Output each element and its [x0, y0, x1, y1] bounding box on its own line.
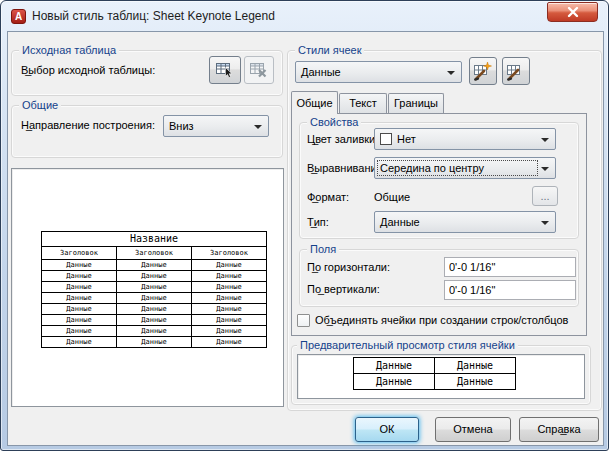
cell-preview-row: ДанныеДанные — [354, 358, 516, 374]
source-table-label: В̲ыбор исходной таблицы: — [21, 64, 155, 76]
close-button[interactable] — [547, 2, 598, 22]
legend-data-cell: Данные — [117, 304, 192, 315]
tab-text[interactable]: Текст — [339, 93, 387, 113]
format-ellipsis-label: ... — [540, 190, 549, 202]
focus-rectangle — [377, 160, 538, 176]
cancel-button-label: Отмена — [453, 423, 492, 435]
new-table-style-dialog: A Новый стиль таблиц: Sheet Keynote Lege… — [0, 0, 609, 451]
cell-preview-cell: Данные — [354, 358, 435, 374]
legend-title-cell: Название — [42, 232, 267, 247]
legend-data-row: ДанныеДанныеДанные — [42, 260, 267, 271]
format-ellipsis-button[interactable]: ... — [532, 186, 558, 206]
type-label: Т̲ип: — [307, 216, 329, 228]
format-label: Ф̲ормат: — [307, 191, 349, 203]
tab-text-label: Текст — [349, 97, 377, 109]
vertical-margin-label: По̲ вертикали: — [307, 283, 380, 295]
legend-data-cell: Данные — [117, 315, 192, 326]
general-group-title: Общие — [19, 99, 61, 111]
cell-style-preview-title: Предварительный просмотр стиля ячейки — [297, 339, 518, 351]
legend-header-cell: Заголовок — [117, 247, 192, 260]
autocad-a-icon: A — [11, 9, 26, 24]
tab-borders[interactable]: Границы — [388, 93, 444, 113]
legend-data-cell: Данные — [192, 282, 267, 293]
alignment-combo[interactable]: Середина по центру — [374, 157, 556, 179]
horizontal-margin-label: П̲о горизонтали: — [307, 261, 390, 273]
cell-preview-table: ДанныеДанныеДанныеДанные — [353, 357, 516, 390]
legend-table: НазваниеЗаголовокЗаголовокЗаголовокДанны… — [41, 231, 267, 348]
cell-preview-cell: Данные — [435, 374, 516, 390]
legend-data-cell: Данные — [117, 326, 192, 337]
white-color-swatch — [380, 133, 392, 145]
legend-data-cell: Данные — [42, 293, 117, 304]
vertical-margin-input[interactable] — [444, 280, 576, 300]
direction-label: Н̲аправление построения: — [21, 119, 155, 131]
horizontal-margin-input[interactable] — [444, 257, 576, 277]
help-button[interactable]: Спра̲вка — [519, 417, 599, 442]
legend-data-row: ДанныеДанныеДанные — [42, 315, 267, 326]
ok-button-label: ОК — [380, 423, 395, 435]
format-value: Общие — [374, 191, 410, 203]
chevron-down-icon — [541, 221, 549, 225]
cell-style-combo-value: Данные — [301, 66, 341, 78]
titlebar[interactable]: A Новый стиль таблиц: Sheet Keynote Lege… — [1, 1, 608, 31]
table-brush-star-icon — [473, 61, 493, 81]
merge-cells-checkbox[interactable] — [297, 314, 310, 327]
direction-combo-value: Вниз — [169, 120, 194, 132]
legend-data-cell: Данные — [42, 315, 117, 326]
fill-color-combo-value: Нет — [397, 133, 416, 145]
legend-data-cell: Данные — [192, 315, 267, 326]
cell-preview-cell: Данные — [435, 358, 516, 374]
window-title: Новый стиль таблиц: Sheet Keynote Legend — [32, 9, 275, 23]
table-x-icon — [249, 60, 269, 80]
legend-data-cell: Данные — [192, 304, 267, 315]
legend-data-cell: Данные — [117, 282, 192, 293]
cancel-button[interactable]: Отмена — [435, 417, 511, 442]
margins-group-title: Поля — [307, 243, 339, 255]
fill-color-label: Ц̲вет заливки: — [307, 133, 378, 145]
ok-button[interactable]: ОК — [355, 417, 419, 442]
close-x-icon — [566, 7, 579, 18]
table-cursor-icon — [215, 60, 235, 80]
cell-preview-cell: Данные — [354, 374, 435, 390]
legend-data-cell: Данные — [117, 260, 192, 271]
type-combo-value: Данные — [380, 216, 420, 228]
table-brush-icon — [506, 61, 526, 81]
legend-data-row: ДанныеДанныеДанные — [42, 271, 267, 282]
manage-cell-styles-button[interactable] — [502, 57, 530, 85]
chevron-down-icon — [254, 125, 262, 129]
legend-data-cell: Данные — [192, 326, 267, 337]
chevron-down-icon — [541, 138, 549, 142]
fill-color-combo[interactable]: Нет — [374, 128, 556, 150]
type-combo[interactable]: Данные — [374, 211, 556, 233]
remove-source-table-button — [244, 56, 274, 84]
legend-data-cell: Данные — [42, 326, 117, 337]
legend-header-cell: Заголовок — [192, 247, 267, 260]
legend-title-row: Название — [42, 232, 267, 247]
chevron-down-icon — [541, 167, 549, 171]
select-source-table-button[interactable] — [209, 56, 241, 84]
legend-data-row: ДанныеДанныеДанные — [42, 304, 267, 315]
tab-general[interactable]: Общие — [291, 91, 338, 114]
tab-borders-label: Границы — [394, 97, 438, 109]
legend-header-cell: Заголовок — [42, 247, 117, 260]
legend-data-cell: Данные — [192, 293, 267, 304]
legend-data-cell: Данные — [42, 282, 117, 293]
properties-group-title: Свойства — [307, 116, 361, 128]
legend-data-row: ДанныеДанныеДанные — [42, 337, 267, 348]
cell-styles-group-title: Стили ячеек — [295, 44, 364, 56]
source-table-group-title: Исходная таблица — [19, 44, 119, 56]
cell-preview-row: ДанныеДанные — [354, 374, 516, 390]
legend-data-cell: Данные — [192, 260, 267, 271]
help-button-label: Спра̲вка — [537, 423, 580, 435]
create-cell-style-button[interactable] — [469, 57, 497, 85]
legend-data-row: ДанныеДанныеДанные — [42, 293, 267, 304]
legend-data-cell: Данные — [42, 260, 117, 271]
legend-data-cell: Данные — [192, 337, 267, 348]
direction-combo[interactable]: Вниз — [163, 115, 269, 137]
legend-data-cell: Данные — [42, 271, 117, 282]
merge-cells-label: Об̲ъединять ячейки при создании строк/ст… — [315, 314, 568, 326]
tab-general-label: Общие — [296, 97, 332, 109]
legend-data-row: ДанныеДанныеДанные — [42, 282, 267, 293]
cell-style-combo[interactable]: Данные — [295, 61, 462, 83]
legend-data-cell: Данные — [117, 271, 192, 282]
